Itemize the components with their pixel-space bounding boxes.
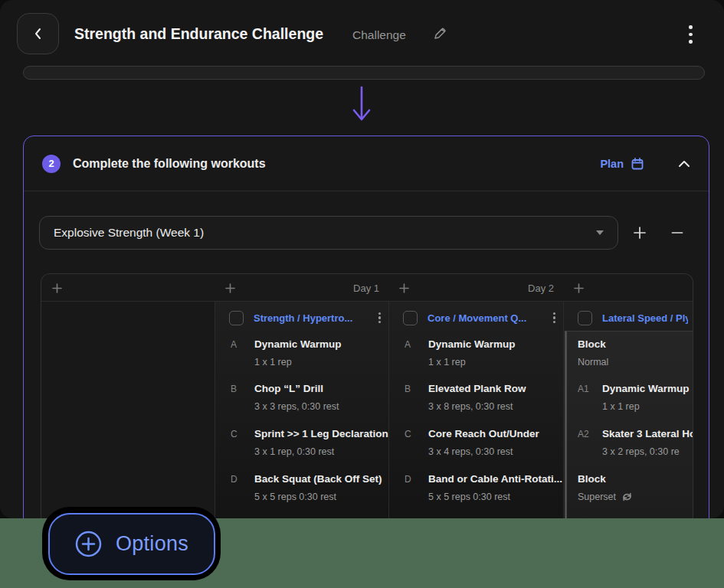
board-header-cell [563,274,693,302]
board-column-day2: Core / Movement Q... A Dynamic Warmup 1 … [388,302,563,518]
board-header-cell: Day 2 [388,274,563,302]
exercise-name: Dynamic Warmup [602,383,690,394]
edit-pencil-icon[interactable] [432,26,447,44]
column-divider [388,302,389,518]
plan-label: Plan [600,158,624,170]
minus-icon [670,226,684,240]
add-column-icon[interactable] [52,283,62,293]
exercise-row[interactable]: C Sprint >> 1 Leg Declarations 3 x 1 rep… [215,428,388,468]
exercise-row[interactable]: A Dynamic Warmup 1 x 1 rep [215,338,388,378]
back-button[interactable] [17,13,59,54]
workout-menu-icon[interactable] [377,311,382,325]
workout-title-link[interactable]: Core / Movement Q... [428,312,547,324]
calendar-icon [631,157,644,171]
exercise-row[interactable]: D Band or Cable Anti-Rotati... 5 x 5 rep… [388,473,563,513]
exercise-row[interactable]: D Back Squat (Back Off Set) 5 x 5 reps 0… [215,473,388,513]
exercise-detail: 1 x 1 rep [428,357,466,368]
exercise-tag: A [405,339,411,350]
options-button-label: Options [116,532,188,556]
exercise-name: Dynamic Warmup [254,338,342,350]
exercise-detail: 3 x 8 reps, 0:30 rest [428,401,513,412]
workout-title-link[interactable]: Lateral Speed / Ply [602,312,688,324]
arrow-down-icon [350,84,373,129]
board-body: Strength / Hypertro... A Dynamic Warmup … [41,302,693,518]
add-workout-icon[interactable] [399,283,409,293]
options-button-highlight-ring: Options [42,507,221,580]
exercise-tag: A2 [578,429,589,439]
options-button[interactable]: Options [48,513,215,575]
exercise-tag: C [405,429,411,439]
exercise-name: Dynamic Warmup [428,338,516,350]
block-row[interactable]: Block Superset [563,473,693,513]
exercise-detail: 3 x 1 rep, 0:30 rest [254,446,334,457]
workout-card-header: Lateral Speed / Ply [578,308,688,328]
workout-board: Day 1 Day 2 Strength / Hypertro.. [41,273,693,518]
block-row[interactable]: Block Normal [563,338,693,378]
exercise-tag: B [405,384,411,394]
collapsed-step-card[interactable] [23,66,705,80]
exercise-row[interactable]: A Dynamic Warmup 1 x 1 rep [388,338,563,378]
column-divider [563,302,564,518]
exercise-detail: 3 x 4 reps, 0:30 rest [428,446,513,457]
block-type: Superset [578,492,616,502]
day-label: Day 2 [528,283,554,294]
chevron-left-icon [31,27,45,41]
app-window: Strength and Endurance Challenge Challen… [0,0,724,518]
workout-checkbox[interactable] [578,311,592,325]
exercise-detail: 1 x 1 rep [254,357,292,368]
exercise-name: Core Reach Out/Under [428,428,539,439]
exercise-name: Sprint >> 1 Leg Declarations [254,428,388,439]
workout-card-header: Core / Movement Q... [403,308,557,328]
exercise-name: Skater 3 Lateral Ho [602,428,693,439]
workout-checkbox[interactable] [229,311,244,325]
exercise-row[interactable]: B Elevated Plank Row 3 x 8 reps, 0:30 re… [388,383,563,423]
step-title: Complete the following workouts [73,157,266,171]
workout-menu-icon[interactable] [552,311,557,325]
exercise-row[interactable]: A2 Skater 3 Lateral Ho 3 x 2 reps, 0:30 … [563,428,693,468]
add-workout-icon[interactable] [225,283,235,293]
page-title: Strength and Endurance Challenge [74,25,323,43]
workout-card-header: Strength / Hypertro... [229,308,382,328]
exercise-detail: 3 x 3 reps, 0:30 rest [254,401,339,412]
plus-circle-icon [74,530,103,558]
block-type: Normal [578,357,608,368]
exercise-detail: 5 x 5 reps 0:30 rest [254,492,336,502]
workout-checkbox[interactable] [403,311,418,325]
add-workout-icon[interactable] [574,283,584,293]
column-divider [215,302,215,518]
exercise-tag: D [231,474,238,485]
remove-week-button[interactable] [664,216,690,250]
overflow-menu-icon[interactable] [687,24,694,45]
workout-title-link[interactable]: Strength / Hypertro... [254,312,372,324]
exercise-detail: 5 x 5 reps 0:30 rest [428,492,510,502]
board-column-day3: Lateral Speed / Ply Block Normal A1 Dyna… [563,302,693,518]
exercise-tag: D [405,474,411,485]
chevron-up-icon [678,160,690,168]
caret-down-icon [596,230,604,235]
repeat-icon [621,492,633,502]
exercise-row[interactable]: C Core Reach Out/Under 3 x 4 reps, 0:30 … [388,428,563,468]
board-column-empty [41,302,215,518]
exercise-detail: 1 x 1 rep [602,401,640,412]
plus-icon [633,226,647,240]
board-header: Day 1 Day 2 [41,274,693,302]
exercise-name: Back Squat (Back Off Set) [254,473,382,485]
block-label: Block [578,473,606,485]
exercise-tag: C [231,429,238,439]
board-column-day1: Strength / Hypertro... A Dynamic Warmup … [215,302,388,518]
exercise-name: Elevated Plank Row [428,383,526,394]
step-number-badge: 2 [42,155,61,173]
block-label: Block [578,338,606,350]
week-select-value: Explosive Strength (Week 1) [54,226,596,240]
exercise-row[interactable]: A1 Dynamic Warmup 1 x 1 rep [563,383,693,423]
exercise-tag: A1 [578,384,589,394]
exercise-name: Chop “L” Drill [254,383,323,394]
add-week-button[interactable] [627,216,653,250]
plan-link[interactable]: Plan [600,157,644,171]
exercise-name: Band or Cable Anti-Rotati... [428,473,562,485]
collapse-section-button[interactable] [678,160,690,168]
week-select-dropdown[interactable]: Explosive Strength (Week 1) [39,216,618,250]
step-card: 2 Complete the following workouts Plan E… [23,136,709,518]
exercise-row[interactable]: B Chop “L” Drill 3 x 3 reps, 0:30 rest [215,383,388,423]
exercise-detail: 3 x 2 reps, 0:30 re [602,446,680,457]
